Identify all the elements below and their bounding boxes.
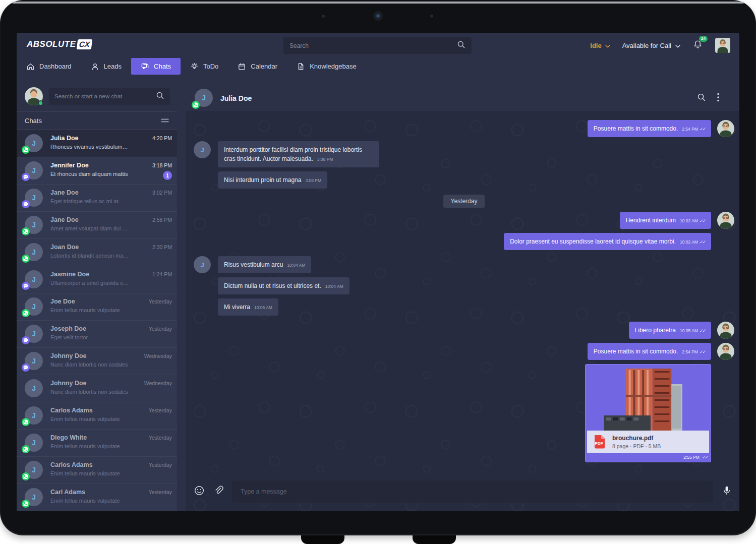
nav-item-label: Calendar: [251, 63, 277, 70]
last-message-time: Wednesday: [144, 353, 172, 359]
tablet-stand-foot: [413, 535, 456, 544]
own-avatar: [717, 322, 734, 339]
sidebar-top: [17, 85, 177, 107]
message-row[interactable]: Mi viverra Mi viverra10:05 AM✓✓: [194, 298, 734, 316]
microphone-icon[interactable]: [721, 485, 732, 498]
chat-list-item[interactable]: J Johnny Doe Nunc diam lobortis non soda…: [17, 375, 177, 402]
message-list: Posuere mattis in sit commodo. Posuere m…: [186, 111, 739, 472]
message-input[interactable]: [232, 480, 713, 503]
conversation-header: J Julia Doe: [186, 86, 739, 111]
whatsapp-channel-icon: [22, 146, 30, 154]
chat-list-item[interactable]: J Jasmine Doe Ullamcorper a amet gravida…: [17, 266, 177, 293]
chat-list-item[interactable]: J Jennifer Doe Et rhoncus diam aliquam m…: [17, 157, 177, 184]
list-filter-icon[interactable]: [161, 116, 169, 125]
user-avatar[interactable]: [715, 38, 730, 53]
last-message-time: Yesterday: [149, 326, 172, 332]
app-screen: ABSOLUTE CX Idle Available for Call: [17, 33, 739, 511]
message-row[interactable]: Posuere mattis in sit commodo. Posuere m…: [194, 343, 734, 360]
chat-list-item[interactable]: J Carlos Adams Enim tellus mauris vulput…: [17, 456, 177, 483]
read-ticks-icon: ✓✓: [700, 239, 705, 245]
chat-list-item[interactable]: J Julia Doe Rhoncus vivamus vestibulum e…: [17, 130, 177, 157]
message-row[interactable]: Dictum nulla ut et risus et ultrices et.…: [194, 277, 734, 294]
file-attachment-card[interactable]: PDF brouchure.pdf 8 page · PDF · 5 MB 2:…: [585, 364, 711, 462]
nav-item[interactable]: ToDo: [181, 58, 228, 75]
message-time: 10:02 AM: [680, 239, 698, 245]
whatsapp-channel-icon: [22, 418, 30, 426]
nav-item[interactable]: Dashboard: [17, 58, 81, 75]
chat-list-item[interactable]: J Joe Doe Enim tellus mauris vulputate Y…: [17, 293, 177, 320]
emoji-icon[interactable]: [194, 485, 205, 498]
messages-surface: Posuere mattis in sit commodo. Posuere m…: [186, 111, 739, 511]
chats-section-title: Chats: [25, 117, 42, 125]
message-time: 2:55 PM: [683, 455, 700, 460]
nav-item-label: Leads: [104, 63, 122, 70]
chevron-down-icon: [605, 42, 610, 49]
nav-item[interactable]: Calendar: [228, 58, 287, 75]
call-status-dropdown[interactable]: Available for Call: [622, 42, 680, 49]
search-icon[interactable]: [457, 40, 466, 51]
message-bubble: Posuere mattis in sit commodo.2:54 PM✓✓: [588, 343, 711, 360]
chat-list-item[interactable]: J Joan Doe Lobortis id blandit aenean ma…: [17, 238, 177, 266]
message-row[interactable]: Hendrerit interdum Hendrerit interdum10:…: [194, 212, 734, 229]
last-message-time: 3:18 PM: [152, 162, 172, 168]
chat-search-input[interactable]: [54, 93, 156, 99]
brand-badge: CX: [76, 39, 92, 49]
message-preview: Eget velit tortor: [50, 334, 129, 340]
message-time: 10:05 AM: [254, 305, 272, 310]
message-time: 2:54 PM: [682, 127, 698, 132]
message-row[interactable]: Yesterday Yesterday✓✓: [194, 195, 734, 208]
chat-list-item[interactable]: J Carl Adams Enim tellus mauris vulputat…: [17, 483, 177, 511]
global-search-input[interactable]: [289, 42, 457, 49]
message-preview: Et rhoncus diam aliquam mattis: [50, 171, 129, 177]
chat-list-item[interactable]: J Jane Doe Amet amet volutpat diam dui c…: [17, 211, 177, 238]
presence-dropdown[interactable]: Idle: [590, 42, 610, 49]
attachment-icon[interactable]: [213, 485, 224, 498]
contact-name: Carl Adams: [50, 489, 129, 496]
current-user-avatar[interactable]: [25, 87, 43, 105]
chat-list-item[interactable]: J Jane Doe Eget tristique tellus ac mi a…: [17, 184, 177, 211]
chat-list-item[interactable]: J Joseph Doe Eget velit tortor Yesterday: [17, 320, 177, 347]
message-row[interactable]: J Interdum porttitor facilisi diam proin…: [194, 141, 734, 167]
message-row[interactable]: Nisi interdum proin ut magna Nisi interd…: [194, 171, 734, 189]
message-row[interactable]: J Risus vestibulum arcu Risus vestibulum…: [194, 256, 734, 273]
attachment-info-bar: PDF brouchure.pdf 8 page · PDF · 5 MB: [587, 431, 709, 453]
nav-item[interactable]: Leads: [81, 58, 131, 75]
message-preview: Nunc diam lobortis non sodales: [50, 361, 129, 368]
contact-avatar: J: [194, 141, 211, 158]
chat-item-text: Diego White Enim tellus mauris vulputate: [50, 434, 129, 452]
search-in-conversation-icon[interactable]: [697, 93, 706, 104]
chat-item-meta: Yesterday: [136, 488, 172, 507]
chat-item-text: Jasmine Doe Ullamcorper a amet gravida e…: [50, 270, 129, 289]
kebab-menu-icon[interactable]: [717, 93, 719, 104]
chat-item-meta: Yesterday: [136, 461, 172, 479]
nav-item-label: ToDo: [203, 63, 218, 70]
conversation-panel: J Julia Doe: [186, 86, 739, 511]
search-icon[interactable]: [156, 91, 164, 102]
message-row[interactable]: Posuere mattis in sit commodo. Posuere m…: [194, 120, 734, 137]
contact-avatar: J: [25, 243, 44, 262]
message-text: Mi viverra: [224, 304, 250, 311]
nav-item[interactable]: Chats: [131, 58, 181, 75]
call-status-label: Available for Call: [622, 42, 671, 49]
chat-list-item[interactable]: J Diego White Enim tellus mauris vulputa…: [17, 429, 177, 456]
message-preview: Lobortis id blandit aenean massa cursus …: [50, 253, 129, 259]
unread-count-badge: 1: [163, 171, 172, 180]
whatsapp-channel-icon: [22, 500, 30, 508]
read-ticks-icon: ✓✓: [700, 127, 705, 132]
home-icon: [26, 63, 35, 71]
notifications-button[interactable]: 24: [692, 39, 703, 52]
whatsapp-channel-icon: [22, 445, 30, 453]
message-bubble: Dolor praesent eu suspendisse laoreet id…: [504, 233, 711, 250]
sensor-dot: [322, 15, 325, 18]
nav-item[interactable]: Knowledgebase: [287, 58, 366, 75]
chat-list-item[interactable]: J Johnny Doe Nunc diam lobortis non soda…: [17, 347, 177, 375]
chat-search: [49, 88, 170, 105]
message-preview: Enim tellus mauris vulputate: [50, 416, 129, 422]
message-row[interactable]: Dolor praesent eu suspendisse laoreet id…: [194, 233, 734, 250]
message-preview: Nunc diam lobortis non sodales: [50, 389, 129, 395]
contact-avatar: J: [25, 216, 44, 234]
message-row[interactable]: 2:55 PM✓✓: [194, 364, 734, 462]
chat-list-item[interactable]: J Carlos Adams Enim tellus mauris vulput…: [17, 402, 177, 429]
own-avatar: [717, 343, 734, 360]
message-row[interactable]: Libero pharetra Libero pharetra10:05 AM✓…: [194, 322, 734, 339]
